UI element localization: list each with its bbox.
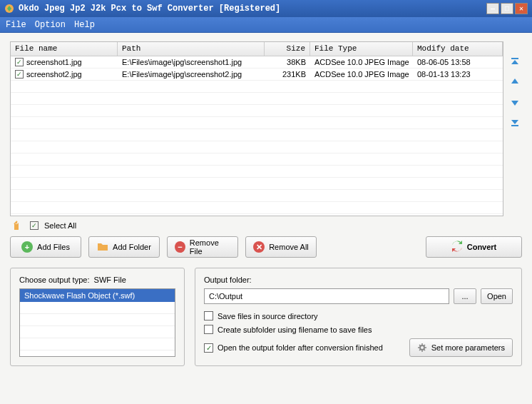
add-folder-button[interactable]: Add Folder bbox=[88, 236, 160, 258]
col-modifydate[interactable]: Modify date bbox=[413, 42, 503, 56]
cell-size: 231KB bbox=[265, 70, 310, 79]
output-type-item-selected[interactable]: Shockwave Flash Object (*.swf) bbox=[20, 289, 175, 302]
select-all-label: Select All bbox=[44, 221, 76, 230]
cell-filename: screenshot1.jpg bbox=[26, 58, 82, 66]
table-row[interactable]: ✓screenshot1.jpg E:\Files\image\jpg\scre… bbox=[11, 56, 503, 69]
convert-button[interactable]: Convert bbox=[426, 236, 522, 258]
cell-type: ACDSee 10.0 JPEG Image bbox=[310, 70, 413, 79]
menu-file[interactable]: File bbox=[6, 20, 26, 30]
save-source-checkbox[interactable] bbox=[204, 311, 213, 320]
reorder-arrows bbox=[508, 41, 522, 216]
menubar: File Option Help bbox=[0, 17, 532, 33]
browse-button[interactable]: ... bbox=[454, 288, 476, 304]
cell-filename: screenshot2.jpg bbox=[26, 70, 82, 79]
maximize-button[interactable]: □ bbox=[501, 3, 513, 14]
cell-date: 08-01-13 13:23 bbox=[413, 70, 503, 79]
minimize-button[interactable]: — bbox=[486, 3, 499, 14]
app-icon bbox=[4, 4, 14, 14]
x-icon: ✕ bbox=[253, 241, 265, 253]
remove-file-button[interactable]: −Remove File bbox=[167, 236, 238, 258]
output-type-list[interactable]: Shockwave Flash Object (*.swf) bbox=[19, 288, 175, 357]
move-bottom-button[interactable] bbox=[508, 116, 521, 128]
output-type-value: SWF File bbox=[94, 276, 126, 284]
folder-up-icon[interactable] bbox=[13, 221, 24, 231]
add-files-button[interactable]: +Add Files bbox=[10, 236, 81, 258]
table-header: File name Path Size File Type Modify dat… bbox=[11, 42, 503, 56]
col-filetype[interactable]: File Type bbox=[310, 42, 413, 56]
gear-icon bbox=[417, 343, 427, 353]
create-subfolder-label: Create subfolder using filename to save … bbox=[218, 325, 372, 334]
table-row[interactable]: ✓screenshot2.jpg E:\Files\image\jpg\scre… bbox=[11, 69, 503, 81]
row-checkbox[interactable]: ✓ bbox=[15, 70, 24, 79]
create-subfolder-checkbox[interactable] bbox=[204, 325, 213, 334]
remove-all-button[interactable]: ✕Remove All bbox=[245, 236, 317, 258]
move-down-button[interactable] bbox=[508, 96, 521, 108]
menu-option[interactable]: Option bbox=[35, 20, 66, 30]
output-type-label: Choose output type: bbox=[19, 276, 89, 284]
cell-date: 08-06-05 13:58 bbox=[413, 58, 503, 66]
open-after-label: Open the output folder after conversion … bbox=[218, 343, 383, 352]
minus-icon: − bbox=[175, 241, 185, 253]
cell-path: E:\Files\image\jpg\screenshot2.jpg bbox=[118, 70, 265, 79]
cell-size: 38KB bbox=[265, 58, 310, 66]
set-more-parameters-button[interactable]: Set more parameters bbox=[409, 338, 513, 357]
table-body: ✓screenshot1.jpg E:\Files\image\jpg\scre… bbox=[11, 56, 503, 214]
svg-point-3 bbox=[420, 345, 424, 350]
cell-path: E:\Files\image\jpg\screenshot1.jpg bbox=[118, 58, 265, 66]
window-title: Okdo Jpeg Jp2 J2k Pcx to Swf Converter [… bbox=[19, 4, 486, 14]
svg-rect-2 bbox=[511, 125, 518, 126]
row-checkbox[interactable]: ✓ bbox=[15, 58, 24, 66]
open-folder-button[interactable]: Open bbox=[481, 288, 513, 304]
output-type-panel: Choose output type: SWF File Shockwave F… bbox=[10, 268, 185, 366]
open-after-checkbox[interactable] bbox=[204, 343, 213, 353]
move-top-button[interactable] bbox=[508, 56, 521, 69]
col-size[interactable]: Size bbox=[265, 42, 310, 56]
folder-icon bbox=[97, 241, 108, 253]
convert-icon bbox=[451, 241, 463, 253]
titlebar: Okdo Jpeg Jp2 J2k Pcx to Swf Converter [… bbox=[0, 0, 532, 17]
col-path[interactable]: Path bbox=[118, 42, 265, 56]
output-folder-label: Output folder: bbox=[204, 276, 513, 284]
plus-icon: + bbox=[21, 241, 33, 253]
menu-help[interactable]: Help bbox=[74, 20, 95, 30]
output-folder-panel: Output folder: ... Open Save files in so… bbox=[195, 268, 522, 366]
output-folder-input[interactable] bbox=[204, 288, 449, 304]
col-filename[interactable]: File name bbox=[11, 42, 118, 56]
cell-type: ACDSee 10.0 JPEG Image bbox=[310, 58, 413, 66]
svg-rect-1 bbox=[511, 58, 518, 59]
close-button[interactable]: ✕ bbox=[515, 3, 528, 14]
select-all-checkbox[interactable]: ✓ bbox=[30, 221, 39, 230]
move-up-button[interactable] bbox=[508, 76, 521, 89]
file-list-table: File name Path Size File Type Modify dat… bbox=[10, 41, 503, 216]
save-source-label: Save files in source directory bbox=[218, 312, 318, 320]
